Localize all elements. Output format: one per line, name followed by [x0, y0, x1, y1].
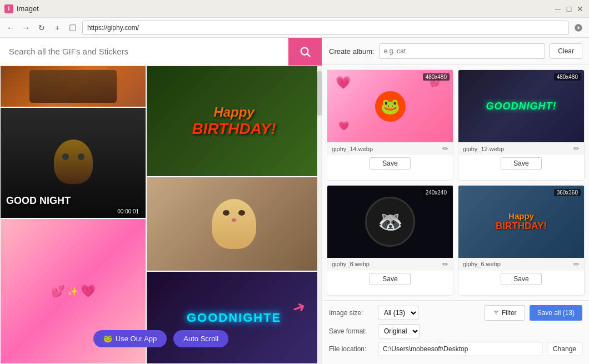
gif-grid: GOOD NIGHT 00:00:01 💕 ✨ 💗	[0, 66, 322, 364]
file-location-row: File location: Change	[329, 342, 582, 356]
scroll-indicator[interactable]	[317, 66, 322, 364]
image-filename-0: giphy_14.webp	[332, 146, 373, 152]
auto-scroll-button[interactable]: Auto Scroll	[173, 330, 228, 347]
overlay-bar: 🐸 Use Our App Auto Scroll	[0, 330, 322, 347]
app-icon-small: 🐸	[103, 335, 112, 343]
forward-button[interactable]: →	[20, 22, 32, 34]
image-footer-1: giphy_12.webp ✏	[458, 142, 584, 155]
save-all-button[interactable]: Save all (13)	[530, 305, 582, 321]
edit-icon-1[interactable]: ✏	[573, 144, 580, 153]
gif-item-1[interactable]	[0, 66, 146, 107]
change-button[interactable]: Change	[547, 342, 582, 356]
gif-col-left: GOOD NIGHT 00:00:01 💕 ✨ 💗	[0, 66, 146, 364]
image-size-row: Image size: All (13) Filter Save all (13…	[329, 305, 582, 321]
gif-item-birthday[interactable]: Happy BIRTHDAY!	[146, 66, 322, 177]
edit-icon-0[interactable]: ✏	[442, 144, 448, 153]
svg-point-1	[301, 47, 308, 54]
scroll-thumb[interactable]	[317, 71, 322, 116]
browser-toolbar: ← → ↻ +	[0, 18, 589, 38]
auto-scroll-label: Auto Scroll	[183, 335, 218, 343]
url-input[interactable]	[82, 21, 569, 35]
image-filename-1: giphy_12.webp	[463, 146, 504, 152]
image-thumb-3: Happy BIRTHDAY! 360x360	[458, 186, 584, 258]
image-dim-badge-2: 240x240	[423, 189, 450, 196]
create-album-bar: Create album: Clear	[322, 38, 589, 65]
save-format-select[interactable]: Original	[378, 324, 420, 338]
save-format-row: Save format: Original	[329, 324, 582, 338]
image-dim-badge-3: 360x360	[554, 189, 581, 196]
save-button-2[interactable]: Save	[370, 273, 410, 285]
window-controls: ─ □ ✕	[553, 4, 585, 13]
new-tab-button[interactable]: +	[51, 22, 63, 34]
image-card-2: 🦝 240x240 giphy_8.webp ✏ Save	[327, 185, 453, 296]
create-album-label: Create album:	[329, 47, 375, 56]
edit-icon-3[interactable]: ✏	[573, 260, 580, 268]
browser-panel: GOOD NIGHT 00:00:01 💕 ✨ 💗	[0, 38, 322, 364]
save-btn-row-3: Save	[458, 271, 584, 288]
main-content: GOOD NIGHT 00:00:01 💕 ✨ 💗	[0, 38, 589, 364]
right-panel: Create album: Clear 💗 💕 💗 🐸	[322, 38, 589, 364]
svg-rect-0	[70, 24, 76, 31]
search-button[interactable]	[288, 38, 322, 66]
save-button-3[interactable]: Save	[501, 273, 541, 285]
image-size-select[interactable]: All (13)	[378, 306, 418, 320]
app-icon: i	[4, 4, 13, 13]
gif-col-right: Happy BIRTHDAY!	[146, 66, 322, 364]
search-input[interactable]	[0, 47, 288, 56]
clear-button[interactable]: Clear	[550, 43, 582, 59]
titlebar: i Imaget ─ □ ✕	[0, 0, 589, 18]
address-bar-container	[67, 22, 79, 34]
save-format-label: Save format:	[329, 327, 373, 335]
close-button[interactable]: ✕	[576, 4, 585, 13]
image-footer-3: giphy_6.webp ✏	[458, 258, 584, 271]
gif-text-goodnight: GOOD NIGHT	[6, 195, 71, 207]
image-filename-3: giphy_6.webp	[463, 261, 501, 267]
bottom-controls: Image size: All (13) Filter Save all (13…	[322, 300, 589, 364]
save-btn-row-2: Save	[327, 271, 453, 288]
titlebar-left: i Imaget	[4, 4, 39, 13]
image-footer-2: giphy_8.webp ✏	[327, 258, 453, 271]
extension-icon[interactable]	[572, 22, 585, 34]
search-bar	[0, 38, 322, 66]
filter-label: Filter	[502, 309, 517, 317]
save-btn-row-1: Save	[458, 155, 584, 173]
image-filename-2: giphy_8.webp	[332, 261, 370, 267]
gif-timer: 00:00:01	[115, 208, 141, 215]
image-dim-badge-1: 480x480	[554, 73, 581, 81]
use-app-button[interactable]: 🐸 Use Our App	[93, 330, 167, 347]
file-location-input[interactable]	[378, 342, 542, 356]
use-app-label: Use Our App	[116, 335, 157, 343]
image-thumb-2: 🦝 240x240	[327, 186, 453, 258]
image-footer-0: giphy_14.webp ✏	[327, 142, 453, 155]
image-thumb-1: GOODNIGHT! 480x480	[458, 70, 584, 142]
refresh-button[interactable]: ↻	[36, 22, 48, 34]
gif-item-kitten[interactable]	[146, 177, 322, 271]
save-button-1[interactable]: Save	[501, 157, 541, 169]
maximize-button[interactable]: □	[565, 4, 573, 13]
image-dim-badge-0: 480x480	[423, 73, 450, 81]
gif-item-2[interactable]: GOOD NIGHT 00:00:01	[0, 107, 146, 218]
image-thumb-0: 💗 💕 💗 🐸 480x480	[327, 70, 453, 142]
album-input[interactable]	[379, 43, 546, 59]
file-location-label: File location:	[329, 345, 373, 353]
app-title: Imaget	[17, 4, 39, 13]
image-card-1: GOODNIGHT! 480x480 giphy_12.webp ✏ Save	[458, 69, 585, 181]
image-card-3: Happy BIRTHDAY! 360x360 giphy_6.webp ✏ S…	[458, 185, 585, 296]
save-button-0[interactable]: Save	[370, 157, 410, 169]
svg-line-2	[307, 54, 310, 57]
back-button[interactable]: ←	[4, 22, 17, 34]
image-card-0: 💗 💕 💗 🐸 480x480 giphy_14.webp ✏ Save	[327, 69, 453, 181]
edit-icon-2[interactable]: ✏	[442, 260, 448, 268]
filter-button[interactable]: Filter	[485, 305, 525, 321]
minimize-button[interactable]: ─	[553, 4, 562, 13]
image-grid: 💗 💕 💗 🐸 480x480 giphy_14.webp ✏ Save	[322, 65, 589, 300]
image-size-label: Image size:	[329, 309, 373, 317]
save-btn-row-0: Save	[327, 155, 453, 173]
